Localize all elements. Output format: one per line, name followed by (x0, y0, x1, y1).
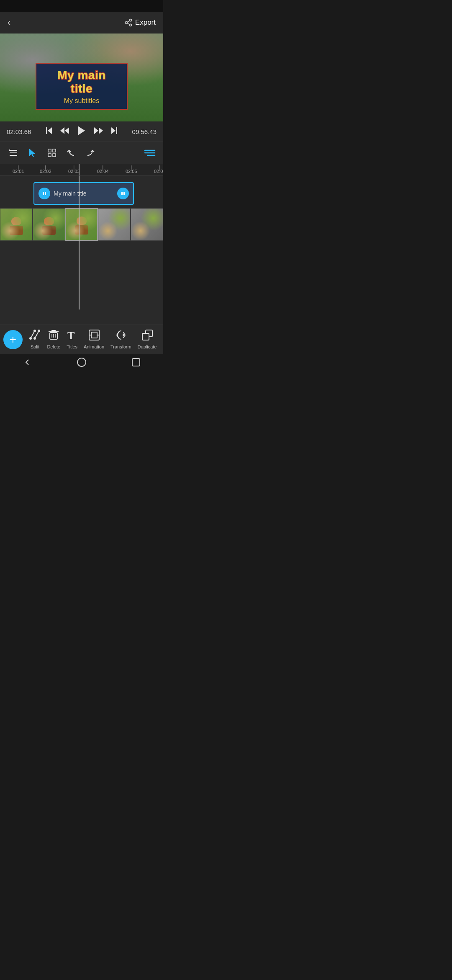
top-nav: ‹ Export (0, 12, 163, 34)
svg-rect-26 (45, 192, 46, 195)
video-thumb-2 (33, 208, 65, 241)
delete-icon (48, 329, 59, 343)
svg-point-46 (77, 358, 86, 366)
skip-back-button[interactable] (44, 126, 54, 137)
timeline-empty (0, 241, 163, 325)
titles-label: Titles (67, 344, 77, 349)
video-track (0, 208, 163, 241)
svg-rect-40 (91, 332, 97, 338)
playback-buttons (44, 125, 119, 138)
svg-point-29 (29, 337, 32, 340)
svg-point-2 (129, 24, 131, 26)
video-thumb-3 (65, 208, 98, 241)
clip-handle-right[interactable] (117, 188, 129, 199)
svg-marker-5 (48, 127, 52, 134)
timeline-area: 02:01 02:02 02:03 02:04 02:05 02:06 My m… (0, 164, 163, 325)
svg-marker-10 (99, 127, 103, 134)
svg-rect-6 (46, 127, 47, 134)
svg-text:T: T (67, 330, 74, 341)
svg-rect-47 (132, 358, 140, 366)
svg-rect-18 (48, 149, 51, 152)
delete-label: Delete (47, 344, 60, 349)
export-button[interactable]: Export (124, 18, 156, 27)
nav-back-button[interactable] (22, 357, 32, 370)
delete-button[interactable]: Delete (47, 329, 60, 349)
svg-marker-12 (111, 127, 116, 134)
svg-rect-20 (48, 154, 51, 157)
nav-bar (0, 354, 163, 374)
status-bar (0, 0, 163, 12)
rewind-button[interactable] (60, 126, 70, 137)
animation-icon (88, 329, 100, 343)
svg-point-32 (33, 337, 36, 340)
video-preview: My main title My subtitles (0, 34, 163, 121)
timeline-ruler: 02:01 02:02 02:03 02:04 02:05 02:06 (0, 164, 163, 175)
animation-label: Animation (84, 344, 104, 349)
clip-handle-left[interactable] (39, 188, 50, 199)
grid-button[interactable] (44, 144, 60, 161)
title-clip[interactable]: My main title (33, 182, 134, 205)
svg-rect-13 (116, 127, 117, 134)
svg-marker-9 (78, 126, 85, 135)
playback-controls: 02:03.66 09:56.43 (0, 121, 163, 142)
main-title-text: My main title (48, 69, 115, 95)
split-icon (29, 329, 41, 343)
title-overlay: My main title My subtitles (36, 63, 128, 110)
ruler-tick-3: 02:03 (68, 165, 80, 174)
transform-icon (115, 329, 127, 343)
redo-button[interactable] (82, 144, 99, 161)
undo-button[interactable] (63, 144, 80, 161)
transform-label: Transform (110, 344, 131, 349)
svg-marker-11 (94, 127, 98, 134)
title-track: My main title (0, 179, 163, 208)
svg-rect-25 (43, 192, 44, 195)
arrow-select-button[interactable] (24, 144, 41, 161)
bottom-toolbar: + Split (0, 325, 163, 354)
nav-recents-button[interactable] (131, 357, 141, 370)
layers-button[interactable] (141, 144, 158, 161)
transform-button[interactable]: Transform (110, 329, 131, 349)
nav-home-button[interactable] (77, 357, 87, 370)
back-button[interactable]: ‹ (8, 17, 10, 28)
title-clip-label: My main title (50, 190, 117, 197)
svg-line-3 (127, 23, 130, 24)
split-button[interactable]: Split (29, 329, 41, 349)
list-button[interactable] (5, 144, 22, 161)
current-time: 02:03.66 (7, 128, 37, 135)
video-thumb-4 (98, 208, 131, 241)
svg-point-31 (38, 330, 40, 332)
video-thumb-5 (131, 208, 163, 241)
titles-icon: T (67, 329, 77, 343)
svg-rect-28 (123, 192, 125, 195)
svg-rect-45 (142, 333, 149, 340)
skip-forward-button[interactable] (109, 126, 119, 137)
svg-rect-27 (121, 192, 123, 195)
play-button[interactable] (76, 125, 87, 138)
ruler-tick-2: 02:02 (40, 165, 51, 174)
animation-button[interactable]: Animation (84, 329, 104, 349)
duplicate-label: Duplicate (138, 344, 157, 349)
titles-button[interactable]: T Titles (67, 329, 77, 349)
share-icon (124, 18, 133, 27)
subtitle-text: My subtitles (48, 97, 115, 105)
svg-rect-21 (53, 154, 56, 157)
svg-point-43 (123, 334, 124, 336)
editing-toolbar (0, 142, 163, 164)
fast-forward-button[interactable] (93, 126, 103, 137)
ruler-tick-4: 02:04 (97, 165, 109, 174)
svg-marker-7 (60, 127, 64, 134)
svg-marker-8 (65, 127, 69, 134)
svg-point-30 (33, 330, 36, 332)
ruler-tick-6: 02:06 (154, 165, 163, 174)
bottom-tools: Split Delete T Tit (26, 329, 160, 349)
add-button[interactable]: + (3, 330, 23, 349)
ruler-tick-1: 02:01 (13, 165, 24, 174)
svg-line-4 (127, 21, 130, 22)
video-thumb-1 (0, 208, 33, 241)
duplicate-button[interactable]: Duplicate (138, 329, 157, 349)
export-label: Export (135, 18, 156, 27)
playhead-line (79, 175, 80, 309)
svg-point-0 (129, 19, 131, 21)
playhead-ruler (79, 164, 80, 175)
svg-point-1 (125, 22, 127, 24)
